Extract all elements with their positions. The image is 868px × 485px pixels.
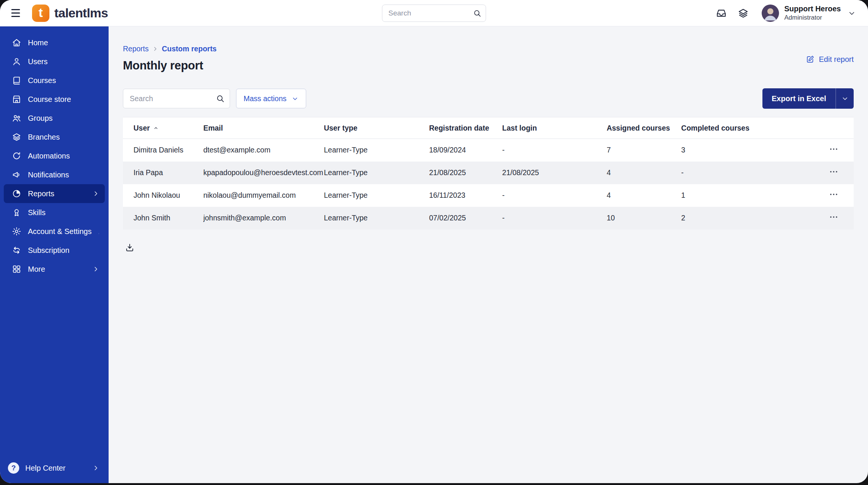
sidebar-item-label: Skills (28, 208, 46, 217)
sidebar: HomeUsersCoursesCourse storeGroupsBranch… (0, 26, 109, 483)
app-window: t talentlms Support Heroes Administrator… (0, 0, 868, 483)
column-header-assigned-courses[interactable]: Assigned courses (607, 117, 681, 139)
sidebar-item-automations[interactable]: Automations (4, 146, 105, 165)
page-header: Reports Custom reports Monthly report Ed… (123, 45, 854, 72)
cell-text: johnsmith@example.com (203, 214, 286, 222)
ellipsis-icon (829, 144, 839, 154)
cell-text: 4 (607, 191, 611, 199)
mass-actions-label: Mass actions (244, 94, 287, 103)
table-cell: 4 (607, 184, 681, 207)
sidebar-item-label: Branches (28, 133, 60, 142)
table-cell: John Nikolaou (123, 184, 203, 207)
sidebar-item-label: Reports (28, 189, 54, 198)
column-header-label: Assigned courses (607, 124, 670, 132)
table-cell: Learner-Type (324, 184, 429, 207)
download-icon[interactable] (124, 242, 135, 253)
help-icon: ? (8, 462, 19, 474)
cell-text: Learner-Type (324, 214, 368, 222)
talentlms-logo-icon: t (32, 5, 49, 22)
edit-icon (806, 55, 815, 64)
sort-ascending-icon (153, 125, 159, 131)
sidebar-item-reports[interactable]: Reports (4, 184, 105, 203)
column-header-email[interactable]: Email (203, 117, 324, 139)
table-cell: Dimitra Daniels (123, 139, 203, 162)
column-header-label: Completed courses (681, 124, 750, 132)
table-cell: - (502, 139, 607, 162)
table-cell: kpapadopoulou@heroesdevtest.com (203, 162, 324, 184)
table-cell: - (681, 162, 793, 184)
global-search-input[interactable] (382, 5, 486, 22)
sidebar-item-groups[interactable]: Groups (4, 109, 105, 128)
export-options-button[interactable] (836, 88, 854, 109)
breadcrumb-reports-link[interactable]: Reports (123, 45, 149, 53)
branches-icon (12, 132, 21, 142)
sidebar-item-label: Notifications (28, 171, 69, 179)
sidebar-item-account-settings[interactable]: Account & Settings (4, 222, 105, 241)
sidebar-item-course-store[interactable]: Course store (4, 90, 105, 109)
search-icon[interactable] (216, 94, 225, 103)
logo-text: talentlms (54, 6, 108, 20)
table-search-input[interactable] (123, 89, 230, 108)
table-cell: Iria Papa (123, 162, 203, 184)
cell-text: 2 (681, 214, 686, 222)
column-header-completed-courses[interactable]: Completed courses (681, 117, 793, 139)
user-role: Administrator (784, 14, 841, 22)
talentlms-logo[interactable]: t talentlms (32, 5, 108, 22)
column-header-user[interactable]: User (123, 117, 203, 139)
row-actions-button[interactable] (829, 212, 839, 222)
skills-icon (12, 208, 21, 217)
row-actions-button[interactable] (829, 167, 839, 177)
sidebar-item-notifications[interactable]: Notifications (4, 165, 105, 184)
column-header-last-login[interactable]: Last login (502, 117, 607, 139)
sidebar-item-label: More (28, 265, 45, 274)
sidebar-item-users[interactable]: Users (4, 52, 105, 71)
user-menu[interactable]: Support Heroes Administrator (762, 4, 856, 22)
sidebar-item-subscription[interactable]: Subscription (4, 241, 105, 260)
chevron-right-icon (98, 228, 100, 235)
table-search (123, 89, 230, 108)
home-icon (12, 38, 21, 48)
table-cell: 16/11/2023 (429, 184, 502, 207)
table-cell: - (502, 207, 607, 229)
sidebar-item-courses[interactable]: Courses (4, 71, 105, 90)
hamburger-menu-icon[interactable] (11, 9, 20, 17)
sidebar-item-branches[interactable]: Branches (4, 128, 105, 146)
table-cell: 1 (681, 184, 793, 207)
export-excel-button[interactable]: Export in Excel (762, 88, 836, 109)
column-header-label: Last login (502, 124, 537, 132)
automations-icon (12, 151, 21, 161)
sidebar-item-label: Users (28, 57, 48, 66)
cell-text: 4 (607, 168, 611, 177)
table-cell: Learner-Type (324, 139, 429, 162)
settings-icon (12, 226, 21, 236)
table-cell-actions (792, 184, 854, 207)
store-icon (12, 94, 21, 104)
page-title: Monthly report (123, 59, 216, 72)
column-header-user-type[interactable]: User type (324, 117, 429, 139)
courses-icon (12, 75, 21, 85)
cell-text: 16/11/2023 (429, 191, 465, 199)
table-cell: 21/08/2025 (502, 162, 607, 184)
stack-icon[interactable] (738, 8, 749, 19)
sidebar-item-label: Home (28, 38, 48, 47)
row-actions-button[interactable] (829, 144, 839, 154)
breadcrumb-custom-reports-link[interactable]: Custom reports (162, 45, 216, 53)
chevron-down-icon[interactable] (848, 9, 856, 17)
chevron-down-icon (291, 95, 299, 102)
sidebar-item-skills[interactable]: Skills (4, 203, 105, 222)
search-icon[interactable] (473, 9, 482, 17)
edit-report-button[interactable]: Edit report (806, 55, 854, 64)
sidebar-item-more[interactable]: More (4, 260, 105, 279)
table-cell-actions (792, 162, 854, 184)
cell-text: Learner-Type (324, 146, 368, 154)
inbox-icon[interactable] (716, 8, 727, 19)
mass-actions-button[interactable]: Mass actions (236, 89, 306, 108)
cell-text: 1 (681, 191, 686, 199)
breadcrumb: Reports Custom reports (123, 45, 216, 53)
table-row: Dimitra Danielsdtest@example.comLearner-… (123, 139, 854, 162)
column-header-registration-date[interactable]: Registration date (429, 117, 502, 139)
row-actions-button[interactable] (829, 189, 839, 199)
sidebar-item-help-center[interactable]: ? Help Center (0, 457, 109, 479)
sidebar-item-home[interactable]: Home (4, 33, 105, 52)
table-cell: 10 (607, 207, 681, 229)
